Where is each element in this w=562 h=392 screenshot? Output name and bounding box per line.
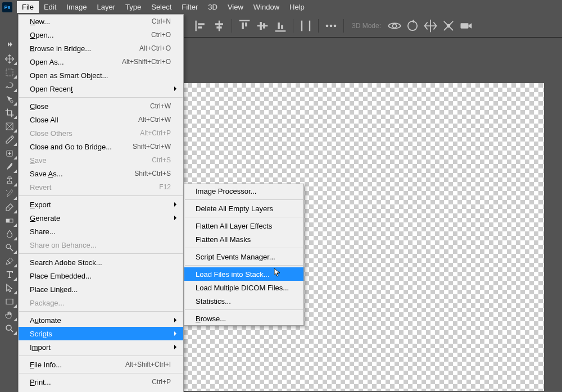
- move-tool[interactable]: [2, 52, 17, 66]
- menu-item-image-processor[interactable]: Image Processor...: [184, 184, 303, 198]
- menu-item-print-one-copy[interactable]: Print One CopyAlt+Shift+Ctrl+P: [19, 389, 183, 392]
- type-tool[interactable]: [2, 268, 17, 281]
- menu-item-place-embedded[interactable]: Place Embedded...: [19, 269, 183, 282]
- menu-item-close-all[interactable]: Close AllAlt+Ctrl+W: [19, 113, 183, 126]
- menu-item-label: Browse...: [196, 314, 291, 323]
- menu-separator: [185, 248, 303, 248]
- menu-item-script-events-manager[interactable]: Script Events Manager...: [184, 250, 303, 263]
- menu-item-statistics[interactable]: Statistics...: [184, 294, 303, 308]
- menu-edit[interactable]: Edit: [39, 1, 61, 13]
- menu-item-print[interactable]: Print...Ctrl+P: [19, 375, 183, 389]
- rotate-icon[interactable]: [405, 18, 420, 34]
- submenu-arrow-icon: [174, 331, 179, 336]
- svg-rect-5: [216, 26, 221, 28]
- lasso-tool[interactable]: [2, 79, 17, 93]
- pan-icon[interactable]: [423, 18, 438, 34]
- submenu-arrow-icon: [174, 318, 179, 322]
- menu-item-label: New...: [30, 17, 152, 26]
- menu-3d[interactable]: 3D: [203, 1, 223, 13]
- zoom-tool[interactable]: [2, 322, 17, 335]
- submenu-arrow-icon: [174, 216, 179, 220]
- svg-point-18: [330, 24, 333, 27]
- menu-item-automate[interactable]: Automate: [19, 313, 183, 327]
- svg-rect-8: [245, 22, 247, 26]
- menu-item-close-and-go-to-bridge[interactable]: Close and Go to Bridge...Shift+Ctrl+W: [19, 140, 183, 153]
- scripts-submenu: Image Processor...Delete All Empty Layer…: [184, 184, 304, 326]
- menu-layer[interactable]: Layer: [92, 1, 121, 13]
- clone-stamp-tool[interactable]: [2, 174, 17, 187]
- align-bottom-icon[interactable]: [273, 18, 288, 34]
- menu-separator: [19, 253, 183, 254]
- menu-view[interactable]: View: [223, 1, 248, 13]
- menu-filter[interactable]: Filter: [176, 1, 203, 13]
- eraser-tool[interactable]: [2, 200, 17, 214]
- crop-tool[interactable]: [2, 106, 17, 120]
- svg-rect-10: [260, 22, 262, 30]
- menu-item-scripts[interactable]: Scripts: [19, 327, 183, 340]
- menu-item-flatten-all-layer-effects[interactable]: Flatten All Layer Effects: [184, 219, 303, 233]
- align-left-icon[interactable]: [193, 18, 209, 34]
- menu-item-browse-in-bridge[interactable]: Browse in Bridge...Alt+Ctrl+O: [19, 42, 183, 55]
- menu-item-share[interactable]: Share...: [19, 225, 183, 238]
- menu-item-import[interactable]: Import: [19, 340, 183, 354]
- menu-separator: [19, 97, 183, 98]
- svg-point-23: [447, 24, 450, 27]
- menu-item-label: Script Events Manager...: [196, 253, 291, 261]
- svg-rect-11: [263, 23, 265, 28]
- brush-tool[interactable]: [2, 160, 17, 174]
- menu-shortcut: Alt+Ctrl+W: [138, 116, 171, 124]
- menu-separator: [185, 217, 303, 217]
- dodge-tool[interactable]: [2, 241, 17, 254]
- menu-window[interactable]: Window: [248, 1, 284, 13]
- menu-item-open-recent[interactable]: Open Recent: [19, 82, 183, 95]
- menu-item-close[interactable]: CloseCtrl+W: [19, 99, 183, 113]
- menu-item-delete-all-empty-layers[interactable]: Delete All Empty Layers: [184, 202, 303, 215]
- align-center-h-icon[interactable]: [211, 18, 227, 34]
- menu-item-open-as-smart-object[interactable]: Open as Smart Object...: [19, 69, 183, 82]
- pen-tool[interactable]: [2, 254, 17, 268]
- spot-heal-tool[interactable]: [2, 147, 17, 160]
- menu-item-new[interactable]: New...Ctrl+N: [19, 15, 183, 28]
- menu-item-place-linked[interactable]: Place Linked...: [19, 282, 183, 296]
- quick-select-tool[interactable]: [2, 93, 17, 106]
- menubar: Ps FileEditImageLayerTypeSelectFilter3DV…: [0, 0, 562, 14]
- menu-item-browse[interactable]: Browse...: [184, 312, 303, 325]
- menu-help[interactable]: Help: [284, 1, 310, 13]
- marquee-tool[interactable]: [2, 66, 17, 79]
- menu-shortcut: Alt+Ctrl+P: [140, 129, 171, 137]
- menu-select[interactable]: Select: [146, 1, 176, 13]
- menu-file[interactable]: File: [17, 1, 39, 13]
- menu-item-load-multiple-dicom-files[interactable]: Load Multiple DICOM Files...: [184, 281, 303, 294]
- menu-item-flatten-all-masks[interactable]: Flatten All Masks: [184, 233, 303, 246]
- gradient-tool[interactable]: [2, 214, 17, 227]
- menu-item-label: Open as Smart Object...: [30, 71, 171, 80]
- blur-tool[interactable]: [2, 227, 17, 241]
- svg-point-22: [408, 21, 417, 30]
- divider: [293, 19, 293, 33]
- history-brush-tool[interactable]: [2, 187, 17, 200]
- menu-image[interactable]: Image: [61, 1, 92, 13]
- camera-icon[interactable]: [459, 18, 474, 34]
- eyedropper-tool[interactable]: [2, 133, 17, 147]
- distribute-icon[interactable]: [298, 18, 314, 34]
- align-top-icon[interactable]: [237, 18, 252, 34]
- menu-item-generate[interactable]: Generate: [19, 211, 183, 225]
- expand-handle-icon[interactable]: [6, 41, 13, 48]
- menu-item-save-as[interactable]: Save As...Shift+Ctrl+S: [19, 167, 183, 180]
- menu-item-close-others: Close OthersAlt+Ctrl+P: [19, 126, 183, 140]
- menu-item-load-files-into-stack[interactable]: Load Files into Stack...: [184, 267, 303, 281]
- menu-type[interactable]: Type: [120, 1, 146, 13]
- hand-tool[interactable]: [2, 308, 17, 322]
- menu-item-search-adobe-stock[interactable]: Search Adobe Stock...: [19, 256, 183, 269]
- more-icon[interactable]: [323, 18, 339, 34]
- path-select-tool[interactable]: [2, 281, 17, 295]
- rectangle-tool[interactable]: [2, 295, 17, 308]
- frame-tool[interactable]: [2, 120, 17, 133]
- orbit-icon[interactable]: [387, 18, 402, 34]
- align-middle-icon[interactable]: [255, 18, 270, 34]
- menu-item-file-info[interactable]: File Info...Alt+Shift+Ctrl+I: [19, 358, 183, 371]
- menu-item-open-as[interactable]: Open As...Alt+Shift+Ctrl+O: [19, 55, 183, 69]
- menu-item-export[interactable]: Export: [19, 198, 183, 211]
- slide-icon[interactable]: [441, 18, 456, 34]
- menu-item-open[interactable]: Open...Ctrl+O: [19, 28, 183, 42]
